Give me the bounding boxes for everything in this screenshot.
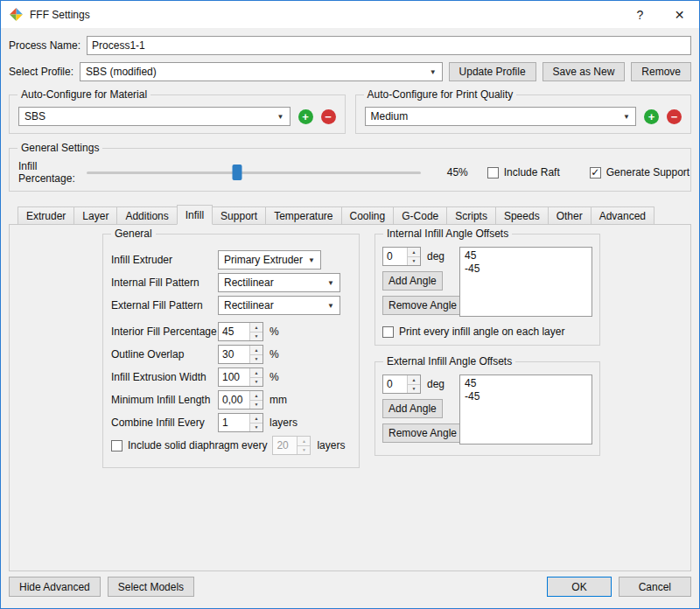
interior-fill-percentage-spinner[interactable]: 45 ▲▼ — [218, 322, 263, 341]
external-angle-spinner[interactable]: 0 ▲▼ — [382, 374, 421, 394]
infill-percentage-slider[interactable] — [87, 164, 421, 181]
tab-scripts[interactable]: Scripts — [446, 206, 496, 224]
hide-advanced-button[interactable]: Hide Advanced — [9, 577, 101, 597]
spin-up-icon[interactable]: ▲ — [408, 375, 420, 385]
slider-track[interactable] — [87, 172, 421, 174]
solid-diaphragm-checkbox[interactable]: ✓ Include solid diaphragm every — [111, 439, 267, 452]
dropdown-arrow-icon: ▼ — [272, 113, 290, 121]
add-material-button[interactable]: + — [298, 109, 313, 124]
general-settings-group: General Settings Infill Percentage: 45% … — [9, 148, 691, 192]
spin-up-icon: ▲ — [298, 437, 310, 446]
spin-up-icon[interactable]: ▲ — [408, 248, 420, 257]
tab-support[interactable]: Support — [212, 206, 266, 224]
ok-button[interactable]: OK — [547, 577, 611, 597]
spin-up-icon[interactable]: ▲ — [250, 323, 262, 332]
tab-layer[interactable]: Layer — [74, 206, 117, 224]
external-infill-angle-offsets-group: External Infill Angle Offsets 0 ▲▼ deg A… — [374, 361, 600, 456]
internal-add-angle-button[interactable]: Add Angle — [382, 271, 443, 290]
infill-extruder-select[interactable]: Primary Extruder ▼ — [218, 250, 321, 270]
tab-other[interactable]: Other — [548, 206, 592, 224]
infill-slider-handle[interactable] — [232, 164, 242, 180]
tab-speeds[interactable]: Speeds — [495, 206, 549, 224]
infill-extrusion-width-spinner[interactable]: 100 ▲▼ — [218, 368, 263, 387]
add-quality-button[interactable]: + — [644, 109, 659, 124]
spin-up-icon[interactable]: ▲ — [250, 391, 262, 401]
internal-angle-list[interactable]: 45 -45 — [459, 247, 592, 317]
material-select[interactable]: SBS ▼ — [18, 107, 290, 126]
spin-down-icon[interactable]: ▼ — [250, 332, 262, 341]
cancel-button[interactable]: Cancel — [619, 577, 691, 597]
tab-gcode[interactable]: G-Code — [393, 206, 447, 224]
tab-cooling[interactable]: Cooling — [341, 206, 395, 224]
internal-remove-angle-button[interactable]: Remove Angle — [382, 296, 463, 315]
angle-list-item[interactable]: -45 — [465, 262, 587, 276]
include-raft-checkbox[interactable]: ✓ Include Raft — [487, 166, 560, 178]
spin-down-icon[interactable]: ▼ — [250, 378, 262, 387]
remove-material-button[interactable]: − — [321, 109, 336, 124]
field-label: Internal Fill Pattern — [111, 276, 218, 289]
internal-fill-pattern-select[interactable]: Rectilinear ▼ — [218, 273, 340, 292]
spin-down-icon[interactable]: ▼ — [408, 385, 420, 394]
outline-overlap-spinner[interactable]: 30 ▲▼ — [218, 345, 263, 364]
quality-select[interactable]: Medium ▼ — [365, 107, 637, 126]
auto-configure-material-group: Auto-Configure for Material SBS ▼ + − — [9, 94, 346, 134]
remove-quality-button[interactable]: − — [667, 109, 682, 124]
internal-angle-spinner[interactable]: 0 ▲▼ — [382, 247, 421, 266]
spinner-value: 45 — [219, 323, 249, 340]
spin-up-icon[interactable]: ▲ — [250, 414, 262, 424]
group-title: Internal Infill Angle Offsets — [383, 228, 512, 241]
external-fill-pattern-select[interactable]: Rectilinear ▼ — [218, 296, 340, 315]
help-button[interactable]: ? — [620, 1, 660, 28]
tab-temperature[interactable]: Temperature — [265, 206, 341, 224]
minimum-infill-length-spinner[interactable]: 0,00 ▲▼ — [218, 390, 263, 410]
tab-infill[interactable]: Infill — [177, 205, 213, 225]
interior-fill-percentage-row: Interior Fill Percentage 45 ▲▼ % — [111, 322, 351, 341]
tab-additions[interactable]: Additions — [116, 206, 177, 224]
unit-label: % — [270, 348, 279, 360]
angle-list-item[interactable]: 45 — [465, 249, 587, 262]
unit-label: layers — [317, 439, 345, 452]
field-label: Minimum Infill Length — [111, 394, 218, 406]
save-as-new-button[interactable]: Save as New — [542, 62, 626, 81]
spin-down-icon[interactable]: ▼ — [250, 424, 262, 432]
spin-up-icon[interactable]: ▲ — [250, 346, 262, 355]
checkbox-box[interactable]: ✓ — [111, 440, 122, 452]
profile-select[interactable]: SBS (modified) ▼ — [80, 62, 443, 81]
spin-down-icon[interactable]: ▼ — [250, 401, 262, 410]
angle-list-item[interactable]: -45 — [465, 390, 587, 403]
checkbox-box[interactable]: ✓ — [487, 167, 499, 178]
update-profile-button[interactable]: Update Profile — [449, 62, 536, 81]
dropdown-arrow-icon: ▼ — [303, 256, 320, 264]
infill-general-group: General Infill Extruder Primary Extruder… — [102, 234, 360, 468]
dialog-footer: Hide Advanced Select Models OK Cancel — [9, 577, 691, 597]
spin-up-icon[interactable]: ▲ — [250, 368, 262, 378]
unit-label: deg — [427, 250, 444, 262]
settings-tabbar: Extruder Layer Additions Infill Support … — [9, 205, 691, 224]
generate-support-checkbox[interactable]: ✓ Generate Support — [590, 166, 690, 178]
unit-label: % — [270, 326, 279, 338]
spin-down-icon: ▼ — [298, 446, 310, 455]
close-button[interactable]: ✕ — [660, 1, 699, 28]
profile-select-value: SBS (modified) — [86, 66, 157, 78]
combine-infill-every-spinner[interactable]: 1 ▲▼ — [218, 413, 263, 432]
print-every-angle-checkbox[interactable]: ✓ Print every infill angle on each layer — [382, 326, 592, 338]
select-models-button[interactable]: Select Models — [108, 577, 194, 597]
angle-list-item[interactable]: 45 — [465, 377, 587, 390]
external-add-angle-button[interactable]: Add Angle — [382, 399, 443, 418]
spin-down-icon[interactable]: ▼ — [408, 257, 420, 266]
infill-extruder-row: Infill Extruder Primary Extruder ▼ — [111, 250, 351, 270]
process-name-label: Process Name: — [9, 39, 80, 52]
process-name-input[interactable] — [87, 36, 691, 55]
print-every-angle-label: Print every infill angle on each layer — [399, 326, 564, 338]
checkbox-box[interactable]: ✓ — [382, 326, 394, 338]
external-angle-list[interactable]: 45 -45 — [459, 374, 592, 444]
spin-down-icon[interactable]: ▼ — [250, 355, 262, 364]
tab-advanced[interactable]: Advanced — [591, 206, 654, 224]
checkbox-box[interactable]: ✓ — [590, 167, 601, 178]
dropdown-arrow-icon: ▼ — [424, 68, 442, 76]
tab-extruder[interactable]: Extruder — [18, 206, 74, 224]
remove-profile-button[interactable]: Remove — [631, 62, 691, 81]
external-remove-angle-button[interactable]: Remove Angle — [382, 424, 463, 443]
spinner-value: 20 — [273, 437, 297, 454]
outline-overlap-row: Outline Overlap 30 ▲▼ % — [111, 345, 351, 364]
